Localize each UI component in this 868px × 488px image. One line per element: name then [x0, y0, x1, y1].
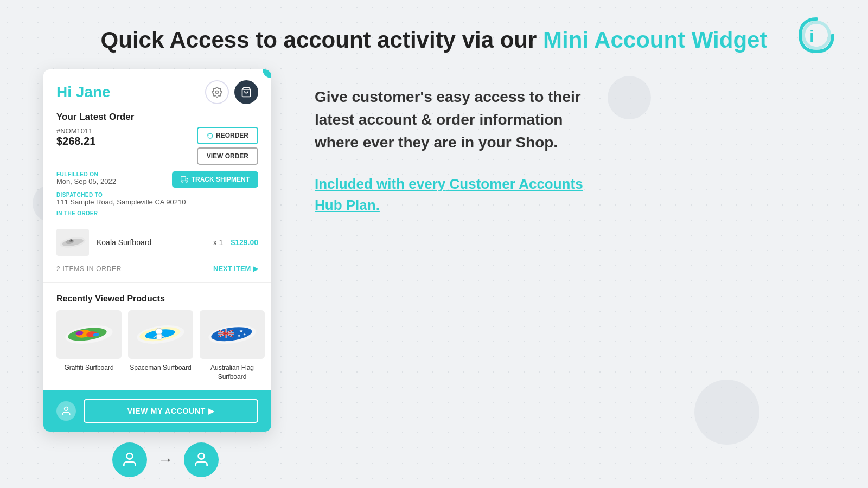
footer-user-icon [56, 401, 76, 421]
product-card-aussie[interactable]: ★ ★ ★ Australian Flag Surfboard [200, 310, 265, 382]
order-id: #NOM1011 [56, 127, 95, 135]
svg-marker-4 [186, 178, 188, 181]
latest-order-title: Your Latest Order [43, 112, 271, 127]
aussie-surfboard-name: Australian Flag Surfboard [200, 363, 265, 382]
arrow-icon: → [158, 451, 173, 468]
spaceman-surfboard-name: Spaceman Surfboard [130, 363, 191, 373]
main-content: × Hi Jane [0, 69, 868, 477]
widget-card: × Hi Jane [43, 69, 271, 432]
widget-footer: VIEW MY ACCOUNT ▶ [43, 390, 271, 432]
divider-2 [43, 282, 271, 283]
recently-viewed: Recently Viewed Products [43, 286, 271, 390]
dispatched-label: DISPATCHED TO [56, 192, 258, 198]
dispatched-address: 111 Sample Road, Sampleville CA 90210 [56, 198, 258, 206]
dispatch-row: DISPATCHED TO 111 Sample Road, Samplevil… [43, 189, 271, 207]
items-nav-row: 2 ITEMS IN ORDER NEXT ITEM ▶ [43, 260, 271, 279]
product-card-spaceman[interactable]: Spaceman Surfboard [128, 310, 193, 382]
next-item-button[interactable]: NEXT ITEM ▶ [213, 265, 258, 273]
order-buttons: REORDER VIEW ORDER [197, 127, 258, 165]
koala-surfboard-thumb [56, 229, 89, 256]
widget-header: Hi Jane [43, 69, 271, 112]
in-order-row: IN THE ORDER [43, 207, 271, 217]
recently-viewed-title: Recently Viewed Products [56, 294, 258, 304]
items-count: 2 ITEMS IN ORDER [56, 265, 122, 273]
svg-point-39 [127, 453, 133, 459]
item-price: $129.00 [231, 238, 258, 247]
svg-text:★: ★ [239, 329, 243, 333]
right-description: Give customer's easy access to their lat… [315, 86, 597, 154]
order-info: #NOM1011 $268.21 REORDER VIEW ORDER [43, 127, 271, 169]
view-account-button[interactable]: VIEW MY ACCOUNT ▶ [84, 399, 258, 423]
page-header: Quick Access to account activity via our… [0, 0, 868, 69]
avatar-after [184, 442, 219, 477]
product-card-graffiti[interactable]: Graffiti Surfboard [56, 310, 122, 382]
fulfilled-date: Mon, Sep 05, 2022 [56, 177, 116, 185]
reorder-button[interactable]: REORDER [197, 127, 258, 144]
spaceman-surfboard-img [128, 310, 193, 359]
aussie-surfboard-img: ★ ★ ★ [200, 310, 265, 359]
svg-point-21 [156, 328, 162, 335]
svg-point-1 [216, 91, 219, 94]
svg-point-38 [65, 407, 68, 410]
svg-rect-3 [181, 177, 186, 181]
fulfilled-row: FULFILLED ON Mon, Sep 05, 2022 TRACK SHI… [43, 169, 271, 189]
avatar-before [112, 442, 147, 477]
cart-button[interactable] [234, 80, 258, 104]
item-name: Koala Surfboard [97, 238, 206, 247]
svg-point-11 [71, 240, 72, 241]
avatar-arrow-row: → [112, 442, 219, 477]
divider [43, 221, 271, 221]
graffiti-surfboard-img [56, 310, 122, 359]
svg-text:★: ★ [243, 333, 246, 336]
svg-point-6 [186, 181, 187, 182]
product-grid: Graffiti Surfboard [56, 310, 258, 382]
svg-point-40 [199, 453, 205, 459]
item-qty: x 1 [213, 238, 224, 247]
graffiti-surfboard-name: Graffiti Surfboard [64, 363, 113, 373]
right-panel: Give customer's easy access to their lat… [315, 69, 597, 216]
view-order-button[interactable]: VIEW ORDER [197, 147, 258, 165]
svg-rect-22 [157, 334, 162, 339]
header-title-accent: Mini Account Widget [543, 27, 767, 53]
track-shipment-button[interactable]: TRACK SHIPMENT [172, 171, 258, 188]
order-amount: $268.21 [56, 135, 95, 147]
widget-greeting: Hi Jane [56, 84, 111, 101]
in-order-label: IN THE ORDER [56, 210, 258, 216]
order-item-row: Koala Surfboard x 1 $129.00 [43, 224, 271, 260]
widget-header-icons [205, 80, 258, 104]
fulfilled-label: FULFILLED ON [56, 171, 116, 177]
svg-text:★: ★ [238, 334, 240, 337]
header-title-plain: Quick Access to account activity via our [101, 27, 543, 53]
header-title: Quick Access to account activity via our… [101, 27, 768, 53]
right-cta: Included with every Customer Accounts Hu… [315, 174, 597, 216]
svg-point-5 [181, 181, 183, 182]
widget-area: × Hi Jane [43, 69, 271, 477]
settings-button[interactable] [205, 80, 229, 104]
